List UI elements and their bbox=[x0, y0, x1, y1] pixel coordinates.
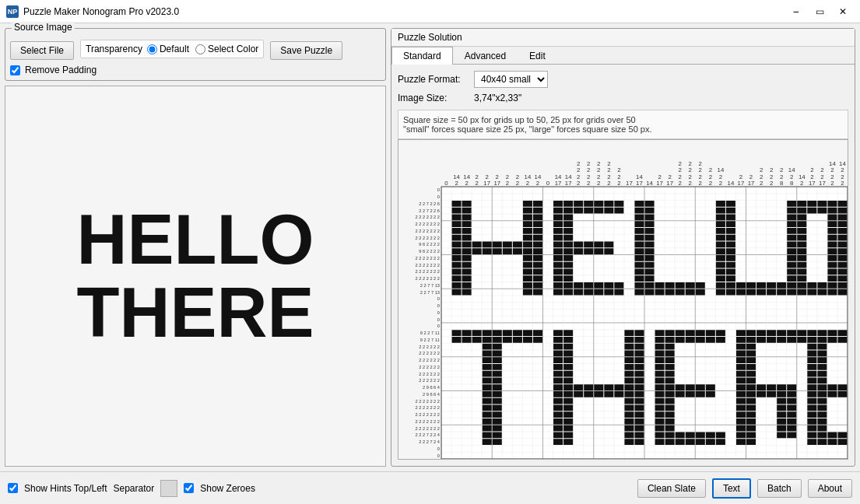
batch-button[interactable]: Batch bbox=[757, 479, 802, 498]
default-radio[interactable] bbox=[147, 44, 157, 54]
default-radio-label[interactable]: Default bbox=[160, 44, 189, 54]
right-panel: Puzzle Solution Standard Advanced Edit P… bbox=[391, 28, 855, 467]
image-size-row: Image Size: 3,74"x2,33" bbox=[398, 93, 848, 103]
text-button[interactable]: Text bbox=[712, 478, 751, 499]
save-puzzle-button[interactable]: Save Puzzle bbox=[270, 41, 342, 60]
tab-edit[interactable]: Edit bbox=[518, 47, 557, 65]
nonogram-canvas bbox=[398, 140, 848, 459]
puzzle-solution-box: Puzzle Solution Standard Advanced Edit P… bbox=[391, 28, 855, 467]
select-color-radio-item: Select Color bbox=[195, 44, 258, 54]
puzzle-grid-canvas bbox=[398, 139, 848, 460]
about-button[interactable]: About bbox=[808, 479, 852, 498]
remove-padding-label[interactable]: Remove Padding bbox=[25, 65, 97, 75]
clean-slate-button[interactable]: Clean Slate bbox=[637, 479, 706, 498]
tab-bar: Standard Advanced Edit bbox=[391, 47, 855, 65]
puzzle-format-select[interactable]: 20x20 small 40x40 small 40x40 large 60x6… bbox=[474, 71, 548, 88]
default-radio-item: Default bbox=[147, 44, 189, 54]
source-image-group: Source Image Select File Transparency De… bbox=[5, 28, 386, 81]
separator-label: Separator bbox=[114, 483, 155, 494]
tab-standard[interactable]: Standard bbox=[391, 47, 453, 65]
puzzle-solution-label: Puzzle Solution bbox=[391, 29, 855, 47]
title-bar-left: NP Puzzle Maker Nonogram Pro v2023.0 bbox=[6, 5, 179, 18]
image-size-label: Image Size: bbox=[398, 93, 468, 103]
puzzle-format-row: Puzzle Format: 20x20 small 40x40 small 4… bbox=[398, 71, 848, 88]
tab-advanced[interactable]: Advanced bbox=[453, 47, 518, 65]
radio-group: Default Select Color bbox=[147, 44, 258, 54]
show-zeroes-label[interactable]: Show Zeroes bbox=[200, 483, 255, 494]
preview-line2: THERE bbox=[76, 276, 314, 350]
transparency-label: Transparency bbox=[86, 44, 142, 54]
bottom-bar: Show Hints Top/Left Separator Show Zeroe… bbox=[0, 471, 860, 504]
remove-padding-row: Remove Padding bbox=[10, 65, 381, 75]
source-image-canvas: HELLO THERE bbox=[5, 86, 386, 467]
preview-text: HELLO THERE bbox=[68, 195, 321, 358]
info-text: Square size = 50 px for grids up to 50, … bbox=[398, 110, 848, 139]
source-controls: Select File Transparency Default Select … bbox=[10, 40, 381, 61]
show-zeroes-checkbox[interactable] bbox=[184, 483, 194, 493]
show-hints-checkbox[interactable] bbox=[8, 483, 18, 493]
bottom-left: Show Hints Top/Left Separator Show Zeroe… bbox=[8, 480, 255, 497]
maximize-button[interactable]: ▭ bbox=[809, 4, 830, 19]
separator-color-box[interactable] bbox=[160, 480, 177, 497]
source-image-label: Source Image bbox=[12, 22, 75, 33]
title-bar: NP Puzzle Maker Nonogram Pro v2023.0 ‒ ▭… bbox=[0, 0, 860, 23]
image-size-value: 3,74"x2,33" bbox=[474, 93, 521, 103]
select-file-button[interactable]: Select File bbox=[10, 41, 74, 60]
select-color-radio[interactable] bbox=[195, 44, 205, 54]
puzzle-solution-content: Puzzle Format: 20x20 small 40x40 small 4… bbox=[391, 65, 855, 466]
transparency-row: Transparency Default Select Color bbox=[80, 40, 264, 58]
left-panel: Source Image Select File Transparency De… bbox=[5, 28, 386, 467]
title-bar-controls: ‒ ▭ ✕ bbox=[785, 4, 854, 19]
select-color-label[interactable]: Select Color bbox=[208, 44, 258, 54]
show-hints-label[interactable]: Show Hints Top/Left bbox=[24, 483, 107, 494]
app-icon: NP bbox=[6, 5, 19, 18]
remove-padding-checkbox[interactable] bbox=[10, 65, 20, 75]
minimize-button[interactable]: ‒ bbox=[785, 4, 807, 19]
app-title: Puzzle Maker Nonogram Pro v2023.0 bbox=[23, 6, 179, 17]
main-content: Source Image Select File Transparency De… bbox=[0, 23, 860, 471]
close-button[interactable]: ✕ bbox=[832, 4, 854, 19]
preview-line1: HELLO bbox=[76, 203, 314, 277]
bottom-right: Clean Slate Text Batch About bbox=[637, 478, 852, 499]
puzzle-format-label: Puzzle Format: bbox=[398, 74, 468, 85]
